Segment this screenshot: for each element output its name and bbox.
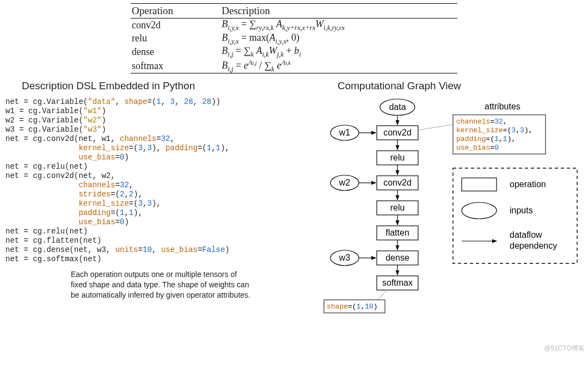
node-softmax-label: softmax <box>382 279 413 288</box>
graph-panel: Computational Graph View data conv2d w1 <box>299 78 583 353</box>
node-w3-label: w3 <box>339 254 351 263</box>
table-row: softmaxBi,j = eAi,j / ∑k eAi,k <box>131 59 457 73</box>
operations-table: Operation Description conv2dBi,y,x = ∑ry… <box>131 3 457 73</box>
table-row: conv2dBi,y,x = ∑ry,rx,k Ak,y+rx,x+rxWi,k… <box>131 19 457 32</box>
node-flatten-label: flatten <box>385 229 409 238</box>
table-header-desc: Description <box>220 4 457 19</box>
watermark: @51CTO博客 <box>544 344 585 353</box>
svg-text:channels=32,: channels=32, <box>456 118 507 126</box>
legend-operation-label: operation <box>510 180 546 189</box>
table-row: denseBi,j = ∑k Ai,kWj,k + bi <box>131 45 457 59</box>
node-conv2d-1-label: conv2d <box>383 128 412 138</box>
table-cell-desc: Bi,y,x = ∑ry,rx,k Ak,y+rx,x+rxWi,k,ry,rx <box>220 19 457 32</box>
node-data-label: data <box>389 103 406 112</box>
graph-svg: data conv2d w1 relu conv2d w2 <box>299 97 583 353</box>
node-relu-1-label: relu <box>390 153 405 163</box>
svg-text:padding=(1,1),: padding=(1,1), <box>456 135 516 143</box>
table-cell-op: dense <box>131 45 220 59</box>
svg-line-11 <box>377 290 387 300</box>
shape-text: shape=(1,10) <box>327 303 378 311</box>
dsl-title: Description DSL Embedded in Python <box>22 80 289 92</box>
table-header-op: Operation <box>131 4 220 19</box>
table-cell-desc: Bi,j = ∑k Ai,kWj,k + bi <box>220 45 457 59</box>
legend-inputs-icon <box>462 202 497 219</box>
table-row: reluBi,y,x = max(Ai,y,x, 0) <box>131 32 457 46</box>
legend-operation-icon <box>462 178 497 191</box>
node-w2-label: w2 <box>339 178 351 188</box>
table-cell-op: relu <box>131 32 220 46</box>
legend-dep-label-2: dependency <box>510 241 557 250</box>
table-cell-desc: Bi,y,x = max(Ai,y,x, 0) <box>220 32 457 46</box>
dsl-caption: Each operation outputs one or multiple t… <box>71 269 250 300</box>
dsl-code: net = cg.Variable("data", shape=(1, 3, 2… <box>5 97 289 264</box>
legend-inputs-label: inputs <box>510 206 533 215</box>
table-cell-desc: Bi,j = eAi,j / ∑k eAi,k <box>220 59 457 73</box>
node-relu-2-label: relu <box>390 204 405 213</box>
node-w1-label: w1 <box>339 128 351 138</box>
dsl-panel: Description DSL Embedded in Python net =… <box>5 78 289 300</box>
attributes-label: attributes <box>485 102 520 111</box>
table-cell-op: softmax <box>131 59 220 73</box>
node-conv2d-2-label: conv2d <box>383 178 412 188</box>
legend-dep-label-1: dataflow <box>510 230 542 239</box>
svg-line-3 <box>418 125 453 130</box>
svg-text:use_bias=0: use_bias=0 <box>456 144 499 152</box>
node-dense-label: dense <box>385 254 409 263</box>
svg-text:kernel_size=(3,3),: kernel_size=(3,3), <box>456 126 532 134</box>
graph-title: Computational Graph View <box>338 80 583 92</box>
table-cell-op: conv2d <box>131 19 220 32</box>
